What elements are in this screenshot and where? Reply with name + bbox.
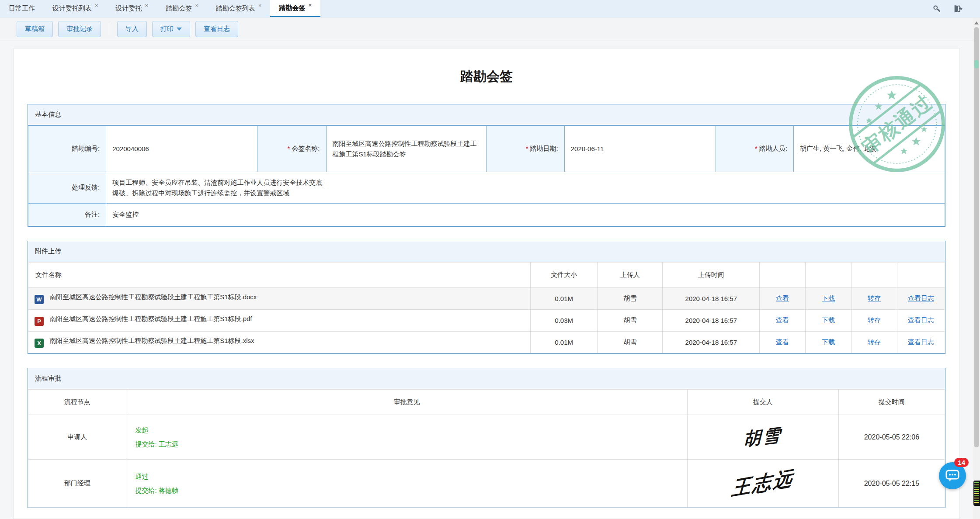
col-header-submitter: 提交人 (687, 390, 838, 415)
content-area: 踏勘会签 基本信息 踏勘编号: 2020040006 *会签名称: 南阳至城区高… (0, 41, 980, 519)
download-link[interactable]: 下载 (822, 316, 835, 324)
view-log-link[interactable]: 查看日志 (908, 338, 934, 346)
workflow-submit-to: 提交给: 蒋德帧 (135, 484, 681, 498)
workflow-action: 发起 (135, 423, 681, 437)
col-header-submit-time: 提交时间 (838, 390, 945, 415)
word-file-icon: W (35, 295, 44, 304)
docked-widget[interactable] (973, 481, 980, 506)
chat-unread-badge: 14 (954, 458, 969, 467)
download-link[interactable]: 下载 (822, 294, 835, 302)
required-marker: * (755, 145, 758, 152)
toolbar-divider (109, 24, 109, 35)
tab-close-icon[interactable]: × (195, 3, 198, 8)
file-name-cell: X 南阳至城区高速公路控制性工程勘察试验段土建工程施工第S1标段.xlsx (28, 332, 531, 353)
approval-record-button[interactable]: 审批记录 (58, 21, 101, 37)
chevron-down-icon (177, 28, 182, 31)
scrollbar-thumb[interactable] (974, 27, 979, 447)
approval-record-label: 审批记录 (66, 25, 93, 33)
file-upload-time: 2020-04-18 16:57 (663, 310, 760, 332)
signature-cell: 王志远 (687, 460, 838, 508)
import-button[interactable]: 导入 (117, 21, 147, 37)
download-link[interactable]: 下载 (822, 338, 835, 346)
tab-close-icon[interactable]: × (258, 3, 262, 8)
tab-survey-signoff-active[interactable]: 踏勘会签 × (270, 0, 320, 17)
col-header-action-2 (806, 263, 851, 288)
field-label-remark: 备注: (28, 204, 106, 226)
toolbar: 草稿箱 审批记录 导入 打印 查看日志 (0, 17, 980, 41)
excel-file-icon: X (35, 339, 44, 348)
tab-label: 设计委托列表 (52, 4, 92, 13)
tab-close-icon[interactable]: × (308, 2, 312, 8)
view-log-button[interactable]: 查看日志 (195, 21, 238, 37)
col-header-upload-time: 上传时间 (663, 263, 760, 288)
file-uploader: 胡雪 (598, 332, 663, 353)
attachments-section: 附件上传 文件名称 文件大小 上传人 上传时间 (28, 241, 945, 354)
tab-label: 踏勘会签 (279, 4, 305, 12)
transfer-link[interactable]: 转存 (868, 294, 881, 302)
document-panel: 踏勘会签 基本信息 踏勘编号: 2020040006 *会签名称: 南阳至城区高… (13, 48, 960, 519)
tab-survey-signoff-list[interactable]: 踏勘会签列表 × (207, 0, 271, 17)
required-marker: * (287, 145, 290, 152)
tab-survey-signoff-1[interactable]: 踏勘会签 × (157, 0, 207, 17)
workflow-node: 申请人 (28, 415, 126, 460)
print-label: 打印 (160, 25, 174, 33)
logout-icon[interactable] (953, 4, 963, 14)
basic-info-section-title: 基本信息 (28, 104, 945, 125)
tab-label: 踏勘会签 (166, 4, 192, 13)
print-button[interactable]: 打印 (152, 21, 190, 37)
file-size: 0.03M (531, 310, 598, 332)
view-link[interactable]: 查看 (776, 294, 789, 302)
attachment-row-docx: W 南阳至城区高速公路控制性工程勘察试验段土建工程施工第S1标段.docx 0.… (28, 288, 945, 310)
tab-close-icon[interactable]: × (145, 3, 149, 8)
attachments-section-title: 附件上传 (28, 241, 945, 262)
field-label-feedback: 处理反馈: (28, 172, 106, 204)
field-value-signoff-name: 南阳至城区高速公路控制性工程勘察试验段土建工程施工第S1标段踏勘会签 (326, 126, 487, 172)
header-actions (932, 0, 980, 17)
key-icon[interactable] (932, 4, 942, 14)
draft-box-label: 草稿箱 (25, 25, 45, 33)
draft-box-button[interactable]: 草稿箱 (17, 21, 53, 37)
col-header-node: 流程节点 (28, 390, 126, 415)
chat-bubble-icon (945, 469, 960, 482)
field-value-remark: 安全监控 (106, 204, 945, 226)
file-name: 南阳至城区高速公路控制性工程勘察试验段土建工程施工第S1标段.docx (49, 293, 257, 301)
col-header-file-name: 文件名称 (28, 263, 531, 288)
field-label-survey-date: *踏勘日期: (487, 126, 564, 172)
vertical-scrollbar[interactable] (973, 18, 980, 519)
tab-close-icon[interactable]: × (95, 3, 98, 8)
transfer-link[interactable]: 转存 (868, 338, 881, 346)
view-log-link[interactable]: 查看日志 (908, 294, 934, 302)
signature-wang-zhiyuan: 王志远 (731, 465, 795, 502)
workflow-row-dept-manager: 部门经理 通过 提交给: 蒋德帧 王志远 2020-05-05 22:15 (28, 460, 945, 508)
workflow-table: 流程节点 审批意见 提交人 提交时间 申请人 发起 提交给: 王志远 胡雪 20… (28, 389, 945, 508)
field-value-survey-date: 2020-06-11 (564, 126, 716, 172)
field-value-feedback: 项目工程师、安全员应在吊装、清渣前对施工作业人员进行安全技术交底 爆破、拆除过程… (106, 172, 945, 204)
basic-info-section: 基本信息 踏勘编号: 2020040006 *会签名称: 南阳至城区高速公路控制… (28, 104, 945, 227)
pdf-file-icon: P (35, 317, 44, 326)
scrollbar-up-arrow-icon[interactable] (974, 21, 979, 24)
tab-daily-work[interactable]: 日常工作 (0, 0, 44, 17)
tab-design-commission-list[interactable]: 设计委托列表 × (44, 0, 107, 17)
tab-design-commission[interactable]: 设计委托 × (107, 0, 157, 17)
workflow-action: 通过 (135, 470, 681, 484)
view-link[interactable]: 查看 (776, 338, 789, 346)
chat-button[interactable]: 14 (939, 462, 966, 489)
view-log-link[interactable]: 查看日志 (908, 316, 934, 324)
tab-label: 踏勘会签列表 (216, 4, 255, 13)
view-link[interactable]: 查看 (776, 316, 789, 324)
submit-time: 2020-05-05 22:06 (838, 415, 945, 460)
col-header-opinion: 审批意见 (126, 390, 687, 415)
field-label-survey-no: 踏勘编号: (28, 126, 106, 172)
file-name-cell: W 南阳至城区高速公路控制性工程勘察试验段土建工程施工第S1标段.docx (28, 288, 531, 310)
file-uploader: 胡雪 (598, 288, 663, 310)
required-marker: * (526, 145, 528, 152)
col-header-uploader: 上传人 (598, 263, 663, 288)
import-label: 导入 (125, 25, 139, 33)
file-upload-time: 2020-04-18 16:57 (663, 288, 760, 310)
field-label-survey-staff: *踏勘人员: (716, 126, 793, 172)
col-header-action-4 (897, 263, 945, 288)
view-log-label: 查看日志 (204, 25, 230, 33)
submit-time: 2020-05-05 22:15 (838, 460, 945, 508)
file-name: 南阳至城区高速公路控制性工程勘察试验段土建工程施工第S1标段.xlsx (49, 337, 254, 344)
transfer-link[interactable]: 转存 (868, 316, 881, 324)
